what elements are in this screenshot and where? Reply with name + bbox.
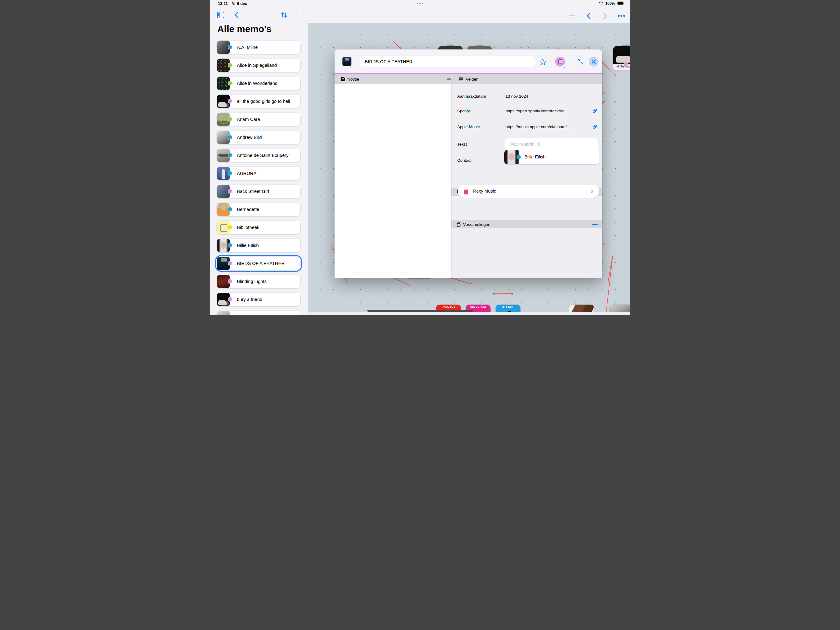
status-bar: 12:11 Vr 6 dec 100% xyxy=(210,0,630,7)
collection-row-rexy-music[interactable]: Rexy Music 6 xyxy=(458,185,599,198)
contact-dot xyxy=(516,155,521,159)
add-node-button[interactable] xyxy=(568,12,576,20)
sidebar-memo-item[interactable]: AURORA xyxy=(217,167,300,180)
memo-thumbnail xyxy=(217,311,230,315)
tab-notitie-label: Notitie xyxy=(347,77,359,82)
field-value-link[interactable]: https://open.spotify.com/track/6d... xyxy=(505,109,568,113)
wifi-icon xyxy=(598,2,603,5)
notitie-pane[interactable] xyxy=(335,84,452,278)
card-image xyxy=(613,46,630,64)
collection-name: Rexy Music xyxy=(473,185,496,198)
memo-label: Bernadette xyxy=(237,203,259,216)
add-collection-button[interactable] xyxy=(592,221,598,227)
more-options-button[interactable] xyxy=(617,12,626,20)
tekst-input[interactable] xyxy=(505,138,598,150)
memo-detail-modal: ⌄ ⌄ Notitie ◀▶ Velden xyxy=(335,49,602,278)
home-indicator[interactable] xyxy=(368,310,473,312)
back-button[interactable] xyxy=(232,10,241,19)
memo-color-dot xyxy=(228,207,232,212)
pane-resize-handle[interactable]: ◀▶ xyxy=(446,77,452,81)
memo-color-dot xyxy=(228,189,232,194)
memo-color-dot xyxy=(228,153,232,158)
memo-color-dot xyxy=(228,243,232,248)
collections-icon xyxy=(456,222,461,227)
tab-notitie[interactable]: Notitie xyxy=(341,74,359,84)
sidebar-memo-item[interactable]: BIRDS OF A FEATHER xyxy=(217,257,300,270)
field-value-link[interactable]: https://music.apple.com/nl/album/... xyxy=(505,125,570,129)
memo-label: Back Street Girl xyxy=(237,185,269,198)
canvas-card[interactable]: all the good... xyxy=(613,46,630,71)
memo-color-dot xyxy=(228,99,232,103)
field-label: Spotify xyxy=(457,109,470,113)
sidebar-memo-item[interactable]: Alice in Spiegelland xyxy=(217,58,300,72)
collection-count: 6 xyxy=(591,185,593,198)
history-forward-button[interactable] xyxy=(601,12,609,20)
close-button[interactable] xyxy=(589,57,598,66)
field-label: Apple Music xyxy=(457,125,480,129)
sidebar-memo-item[interactable]: Anam Ċara xyxy=(217,113,300,126)
velden-pane: Aanmaakdatum 13 nov 2024 Spotify https:/… xyxy=(452,84,602,278)
memo-color-dot xyxy=(228,81,232,85)
card-cover-text: RESULTAAT xyxy=(466,305,491,308)
memo-label: Anam Ċara xyxy=(237,113,260,126)
verzamelingen-header: Verzamelingen xyxy=(452,220,602,228)
memo-color-dot xyxy=(228,45,232,49)
section-title: Verzamelingen xyxy=(463,222,490,227)
date: Vr 6 dec xyxy=(232,2,247,6)
sidebar-memo-item[interactable] xyxy=(217,311,300,315)
memo-label: Andrew Bird xyxy=(237,131,262,144)
sidebar-memo-item[interactable]: Bernadette xyxy=(217,203,300,216)
sidebar-memo-item[interactable]: Billie Eilish xyxy=(217,239,300,252)
add-memo-button[interactable] xyxy=(292,10,302,19)
favorite-star-button[interactable] xyxy=(538,57,548,66)
link-icon[interactable] xyxy=(592,108,598,114)
memo-color-dot xyxy=(228,135,232,139)
contact-name: Billie Eilish xyxy=(524,150,545,164)
card-cover-text: EFFECT xyxy=(496,305,520,308)
card-cover-text: PROJECT xyxy=(436,305,461,308)
sidebar-memo-item[interactable]: Back Street Girl xyxy=(217,185,300,198)
memo-color-dot xyxy=(228,63,232,68)
sidebar-memo-item[interactable]: A.A. Milne xyxy=(217,41,300,54)
connection-type-label: Contact xyxy=(457,158,472,163)
history-back-button[interactable] xyxy=(584,12,593,20)
tab-velden[interactable]: Velden xyxy=(459,74,478,84)
memo-label: Blinding Lights xyxy=(237,275,267,288)
battery-percent: 100% xyxy=(605,1,615,5)
memo-label: A.A. Milne xyxy=(237,41,257,54)
card-color-dot xyxy=(624,62,628,66)
sidebar-memo-item[interactable]: Bibliotheek xyxy=(217,221,300,234)
thumbnail-chevron-down-icon[interactable]: ⌄ xyxy=(349,65,352,68)
sidebar-memo-item[interactable]: Antoine de Saint Exupéry xyxy=(217,148,300,162)
sidebar-memo-item[interactable]: all the good girls go to hell xyxy=(217,95,300,108)
expand-button[interactable] xyxy=(576,57,586,66)
multitask-handle-icon[interactable] xyxy=(417,3,423,4)
battery-icon xyxy=(617,2,625,5)
memo-title-input[interactable] xyxy=(359,56,536,67)
modal-header: ⌄ ⌄ xyxy=(335,49,602,73)
sidebar-memo-item[interactable]: Alice in Wonderland xyxy=(217,77,300,90)
sidebar: Alle memo's A.A. Milne Alice in Spiegell… xyxy=(210,0,308,315)
sidebar-memo-item[interactable]: bury a friend xyxy=(217,293,300,306)
tab-velden-label: Velden xyxy=(466,77,478,82)
canvas-bottom-strip xyxy=(308,312,630,315)
memo-color-dot xyxy=(228,117,232,122)
memo-label: all the good girls go to hell xyxy=(237,95,290,108)
memo-label: Bibliotheek xyxy=(237,221,259,234)
sidebar-memo-item[interactable]: Blinding Lights xyxy=(217,275,300,288)
pane-tabbar: Notitie ◀▶ Velden xyxy=(335,74,602,84)
connection-card-billie-eilish[interactable]: Billie Eilish xyxy=(504,150,600,164)
memo-color-dot xyxy=(228,297,232,302)
color-chevron-down-icon[interactable]: ⌄ xyxy=(563,65,565,69)
app-screen: 12:11 Vr 6 dec 100% xyxy=(210,0,630,315)
field-value: 13 nov 2024 xyxy=(505,94,528,99)
memo-color-dot xyxy=(228,279,232,284)
memo-label: Billie Eilish xyxy=(237,239,259,252)
card-label: all the good... xyxy=(613,65,630,68)
link-icon[interactable] xyxy=(592,124,598,130)
page-title: Alle memo's xyxy=(217,24,272,34)
memo-label: AURORA xyxy=(237,167,256,180)
sidebar-memo-item[interactable]: Andrew Bird xyxy=(217,131,300,144)
sort-button[interactable] xyxy=(279,10,289,19)
sidebar-toggle-button[interactable] xyxy=(216,10,225,19)
